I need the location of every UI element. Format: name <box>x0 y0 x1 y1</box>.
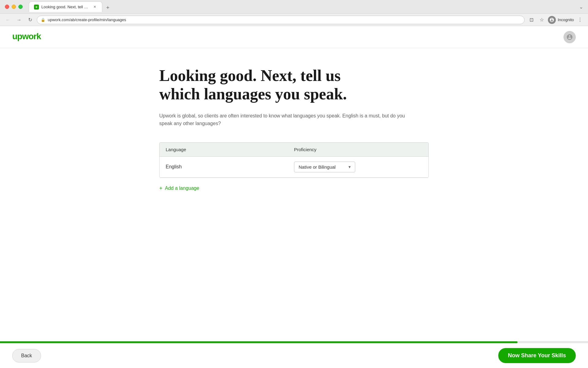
column-language-header: Language <box>166 147 294 152</box>
next-button[interactable]: Now Share Your Skills <box>498 348 576 363</box>
add-language-label: Add a language <box>165 186 199 191</box>
add-plus-icon: + <box>159 185 163 192</box>
browser-tabs: ʊ Looking good. Next, tell us wh ✕ + <box>29 2 575 12</box>
url-text: upwork.com/ab/create-profile/min/languag… <box>48 17 521 22</box>
tab-close-button[interactable]: ✕ <box>92 5 97 10</box>
bookmark-icon[interactable]: ☆ <box>537 16 546 24</box>
tab-favicon: ʊ <box>34 5 39 10</box>
menu-icon[interactable]: ⋮ <box>576 16 584 24</box>
forward-nav-button[interactable]: → <box>15 16 23 24</box>
browser-chrome: ʊ Looking good. Next, tell us wh ✕ + ⌄ ←… <box>0 0 588 26</box>
add-language-button[interactable]: + Add a language <box>159 184 199 193</box>
footer-bar: Back Now Share Your Skills <box>0 341 588 368</box>
dropdown-arrow-icon: ▾ <box>349 164 351 169</box>
traffic-lights <box>5 5 23 9</box>
address-bar[interactable]: 🔒 upwork.com/ab/create-profile/min/langu… <box>37 16 525 24</box>
incognito-area[interactable]: Incognito <box>548 16 574 24</box>
proficiency-value: Native or Bilingual <box>299 164 346 170</box>
user-avatar[interactable] <box>564 31 576 43</box>
reload-button[interactable]: ↻ <box>26 16 34 24</box>
incognito-avatar <box>548 16 556 24</box>
page-heading: Looking good. Next, tell us which langua… <box>159 67 368 103</box>
toolbar-right: ⊡ ☆ Incognito ⋮ <box>527 16 584 24</box>
footer-actions: Back Now Share Your Skills <box>0 343 588 368</box>
new-tab-button[interactable]: + <box>104 3 112 12</box>
browser-toolbar: ← → ↻ 🔒 upwork.com/ab/create-profile/min… <box>0 13 588 26</box>
back-nav-button[interactable]: ← <box>4 16 12 24</box>
proficiency-select-container: Native or Bilingual ▾ <box>294 162 422 172</box>
back-button[interactable]: Back <box>12 349 41 362</box>
cast-icon[interactable]: ⊡ <box>527 16 536 24</box>
minimize-traffic-light[interactable] <box>12 5 16 9</box>
app-container: upwork Looking good. Next, tell us which… <box>0 26 588 368</box>
tab-title: Looking good. Next, tell us wh <box>41 5 90 9</box>
table-header: Language Proficiency <box>160 143 428 157</box>
proficiency-dropdown[interactable]: Native or Bilingual ▾ <box>294 162 355 172</box>
column-proficiency-header: Proficiency <box>294 147 422 152</box>
lock-icon: 🔒 <box>41 18 45 22</box>
main-content: Looking good. Next, tell us which langua… <box>0 48 588 368</box>
language-name: English <box>166 164 294 170</box>
active-tab[interactable]: ʊ Looking good. Next, tell us wh ✕ <box>29 2 102 12</box>
language-table: Language Proficiency English Native or B… <box>159 142 429 178</box>
table-row: English Native or Bilingual ▾ <box>160 157 428 178</box>
upwork-logo: upwork <box>12 31 46 44</box>
close-traffic-light[interactable] <box>5 5 9 9</box>
maximize-traffic-light[interactable] <box>18 5 23 9</box>
incognito-label: Incognito <box>558 17 574 22</box>
app-header: upwork <box>0 26 588 48</box>
svg-text:upwork: upwork <box>12 32 41 41</box>
page-description: Upwork is global, so clients are often i… <box>159 112 410 128</box>
content-wrapper: Looking good. Next, tell us which langua… <box>159 67 429 338</box>
window-expand-icon[interactable]: ⌄ <box>579 4 583 10</box>
browser-titlebar: ʊ Looking good. Next, tell us wh ✕ + ⌄ <box>0 0 588 13</box>
